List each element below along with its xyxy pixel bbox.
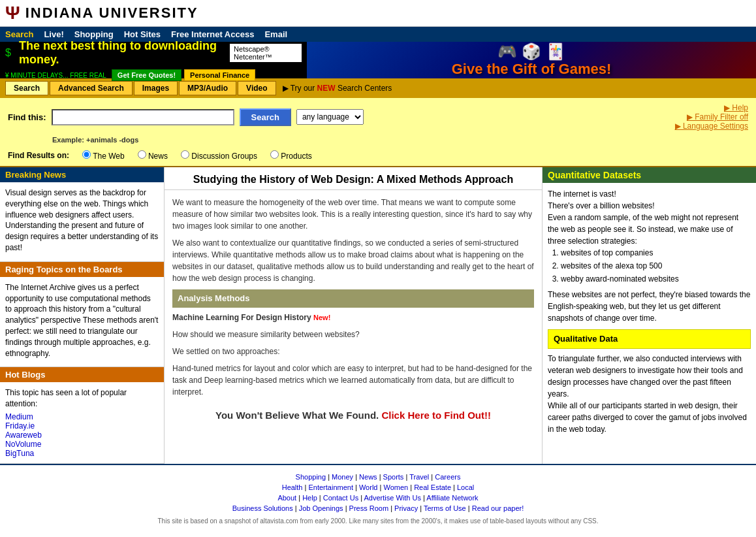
radio-products-label: Products [270, 150, 312, 161]
footer-news[interactable]: News [359, 473, 377, 481]
footer-careers[interactable]: Careers [435, 473, 460, 481]
breaking-news-link[interactable]: Breaking News [5, 170, 66, 180]
footer-sports[interactable]: Sports [383, 473, 404, 481]
delays-text: ¥ MINUTE DELAYS... FREE REAL [5, 72, 106, 79]
footer-help[interactable]: Help [302, 494, 317, 502]
radio-news-label: News [138, 150, 168, 161]
breaking-news-content: Visual design serves as the backdrop for… [0, 182, 164, 262]
find-results-label: Find Results on: [8, 151, 69, 160]
raging-topics-content: The Internet Archive gives us a perfect … [0, 277, 164, 368]
example-row: Example: +animals -dogs [0, 136, 756, 148]
footer-row1: Shopping | Money | News | Sports | Trave… [5, 473, 751, 481]
nav-hot-sites[interactable]: Hot Sites [124, 29, 161, 39]
family-filter-link[interactable]: ▶ Family Filter off [675, 112, 748, 122]
quant-datasets-title: Quantitative Datasets [543, 167, 756, 183]
footer-health[interactable]: Health [282, 483, 303, 491]
nav-free-internet[interactable]: Free Internet Access [171, 29, 254, 39]
ad-subrow: ¥ MINUTE DELAYS... FREE REAL Get Free Qu… [5, 69, 302, 81]
search-bar: Find this: Search any language English S… [0, 98, 756, 136]
quant-list: websites of top companies websites of th… [548, 247, 751, 285]
search-tabs: Search Advanced Search Images MP3/Audio … [0, 78, 756, 98]
footer: Shopping | Money | News | Sports | Trave… [0, 464, 756, 532]
radio-web[interactable] [82, 150, 91, 159]
blog-link-awareweb[interactable]: Awareweb [5, 431, 159, 440]
breaking-news-title: Breaking News [0, 167, 164, 182]
nav-shopping[interactable]: Shopping [74, 29, 114, 39]
footer-business[interactable]: Business Solutions [232, 504, 293, 512]
find-results-row: Find Results on: The Web News Discussion… [0, 148, 756, 167]
footer-advertise[interactable]: Advertise With Us [364, 494, 421, 502]
radio-discussion-label: Discussion Groups [181, 150, 257, 161]
netscape-badge: Netscape® Netcenter™ [230, 44, 302, 62]
find-out-link[interactable]: Click Here to Find Out!! [381, 410, 491, 421]
center-body: We want to measure the homogeneity of th… [165, 190, 542, 440]
tab-images[interactable]: Images [134, 81, 178, 95]
footer-entertainment[interactable]: Entertainment [308, 483, 353, 491]
footer-affiliate[interactable]: Affiliate Network [426, 494, 478, 502]
help-section: ▶ Help ▶ Family Filter off ▶ Language Se… [675, 103, 748, 131]
footer-terms[interactable]: Terms of Use [424, 504, 466, 512]
main-content: Breaking News Visual design serves as th… [0, 167, 756, 464]
tab-mp3-audio[interactable]: MP3/Audio [179, 81, 236, 95]
blog-link-bigtuna[interactable]: BigTuna [5, 449, 159, 458]
radio-web-label: The Web [82, 150, 125, 161]
center-content: Studying the History of Web Design: A Mi… [165, 167, 542, 464]
ad-banner: $ The next best thing to downloading mon… [0, 42, 756, 78]
radio-news[interactable] [138, 150, 146, 159]
ad-headline: The next best thing to downloading money… [19, 39, 222, 67]
search-input[interactable] [52, 109, 234, 125]
tab-advanced-search[interactable]: Advanced Search [50, 81, 133, 95]
gift-headline: Give the Gift of Games! [452, 61, 612, 78]
nav-live[interactable]: Live! [44, 29, 63, 39]
language-select[interactable]: any language English Spanish French Germ… [296, 109, 364, 125]
university-name: INDIANA UNIVERSITY [25, 5, 198, 22]
big-center-text: You Won't Believe What We Found. Click H… [172, 408, 534, 423]
get-quotes-button[interactable]: Get Free Quotes! [112, 69, 181, 81]
footer-press[interactable]: Press Room [349, 504, 389, 512]
tab-search[interactable]: Search [5, 81, 48, 95]
dollar-icon: $ [5, 47, 11, 59]
nav-search[interactable]: Search [5, 29, 33, 39]
center-title: Studying the History of Web Design: A Mi… [165, 167, 542, 190]
footer-world[interactable]: World [359, 483, 378, 491]
find-label: Find this: [8, 112, 46, 122]
university-logo: Ψ INDIANA UNIVERSITY [5, 3, 198, 24]
footer-local[interactable]: Local [457, 483, 474, 491]
help-link[interactable]: ▶ Help [675, 103, 748, 112]
footer-money[interactable]: Money [332, 473, 353, 481]
right-sidebar: Quantitative Datasets The internet is va… [542, 167, 756, 464]
footer-shopping[interactable]: Shopping [296, 473, 326, 481]
footer-row4: Business Solutions | Job Openings | Pres… [5, 504, 751, 512]
footer-women[interactable]: Women [383, 483, 408, 491]
quant-datasets-content: The internet is vast! There's over a bil… [543, 183, 756, 440]
raging-topics-title: Raging Topics on the Boards [0, 262, 164, 277]
personal-finance-button[interactable]: Personal Finance [184, 69, 255, 81]
blog-link-friday[interactable]: Friday.ie [5, 421, 159, 431]
trident-icon: Ψ [5, 3, 20, 24]
footer-travel[interactable]: Travel [409, 473, 429, 481]
blog-link-novolume[interactable]: NoVolume [5, 440, 159, 449]
language-settings-link[interactable]: ▶ Language Settings [675, 122, 748, 131]
footer-jobs[interactable]: Job Openings [299, 504, 343, 512]
footer-real-estate[interactable]: Real Estate [414, 483, 451, 491]
right-ad: 🎮 🎲 🃏 Give the Gift of Games! [307, 42, 756, 78]
footer-row2: Health | Entertainment | World | Women |… [5, 483, 751, 491]
left-ad: $ The next best thing to downloading mon… [0, 42, 307, 78]
new-search-centers: ▶ Try our NEW Search Centers [283, 84, 392, 93]
radio-products[interactable] [270, 150, 279, 159]
ml-new-badge: New! [313, 314, 330, 321]
footer-about[interactable]: About [277, 494, 296, 502]
radio-discussion[interactable] [181, 150, 189, 159]
footer-privacy[interactable]: Privacy [394, 504, 418, 512]
footer-row3: About | Help | Contact Us | Advertise Wi… [5, 494, 751, 502]
blog-link-medium[interactable]: Medium [5, 412, 159, 421]
footer-paper[interactable]: Read our paper! [472, 504, 524, 512]
analysis-header: Analysis Methods [172, 289, 534, 308]
nav-email[interactable]: Email [264, 29, 287, 39]
tab-video[interactable]: Video [238, 81, 276, 95]
footer-contact[interactable]: Contact Us [323, 494, 358, 502]
search-button[interactable]: Search [240, 108, 291, 126]
hot-blogs-title: Hot Blogs [0, 367, 164, 382]
footer-disclaimer: This site is based on a snapshot of alta… [5, 517, 751, 525]
qual-data-title: Qualitative Data [548, 329, 751, 349]
